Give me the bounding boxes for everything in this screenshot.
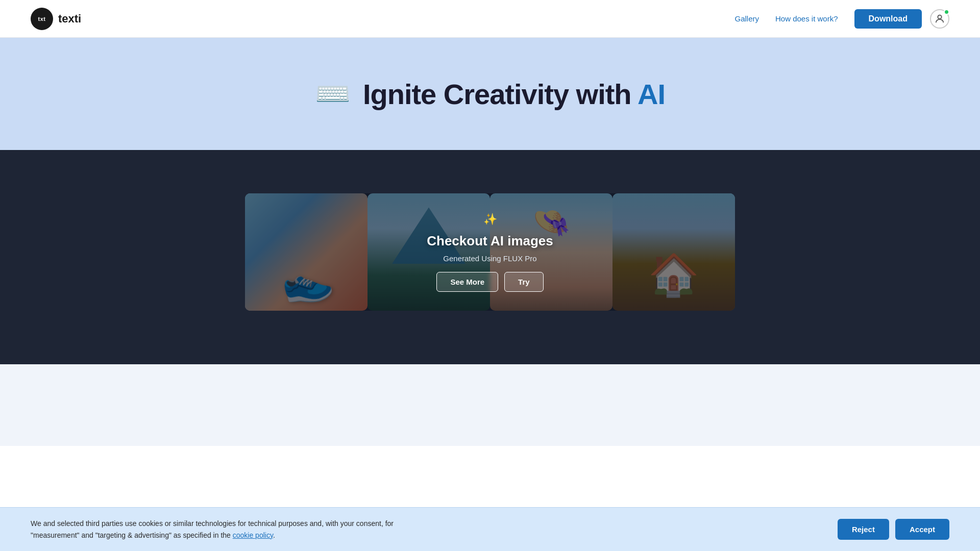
hero-section: ⌨️ Ignite Creativity with AI (0, 38, 980, 150)
hero-icon: ⌨️ (315, 80, 351, 108)
online-indicator (944, 9, 949, 15)
download-button[interactable]: Download (854, 9, 922, 29)
svg-point-0 (938, 15, 941, 18)
navbar: txt texti Gallery How does it work? Down… (0, 0, 980, 38)
nav-gallery-link[interactable]: Gallery (734, 14, 759, 23)
try-button[interactable]: Try (504, 272, 544, 292)
gallery-card-mountain (368, 193, 490, 311)
logo-text: texti (58, 12, 81, 26)
nav-how-it-works-link[interactable]: How does it work? (775, 14, 838, 23)
logo-icon: txt (31, 8, 53, 30)
hero-inner: ⌨️ Ignite Creativity with AI (315, 78, 665, 111)
see-more-button[interactable]: See More (436, 272, 498, 292)
gallery-container: ✨ Checkout AI images Generated Using FLU… (245, 193, 735, 311)
logo[interactable]: txt texti (31, 8, 81, 30)
gallery-section: ✨ Checkout AI images Generated Using FLU… (0, 150, 980, 364)
hero-title: Ignite Creativity with AI (363, 78, 665, 111)
nav-right: Gallery How does it work? Download (734, 9, 949, 29)
gallery-card-shoes (245, 193, 368, 311)
gallery-overlay-buttons: See More Try (436, 272, 543, 292)
hero-title-start: Ignite Creativity with (363, 78, 638, 110)
gallery-card-house (612, 193, 735, 311)
hero-title-highlight: AI (638, 78, 665, 110)
nav-links: Gallery How does it work? Download (734, 9, 922, 29)
user-avatar[interactable] (930, 9, 949, 29)
gallery-card-woman (490, 193, 612, 311)
below-gallery-section (0, 364, 980, 446)
